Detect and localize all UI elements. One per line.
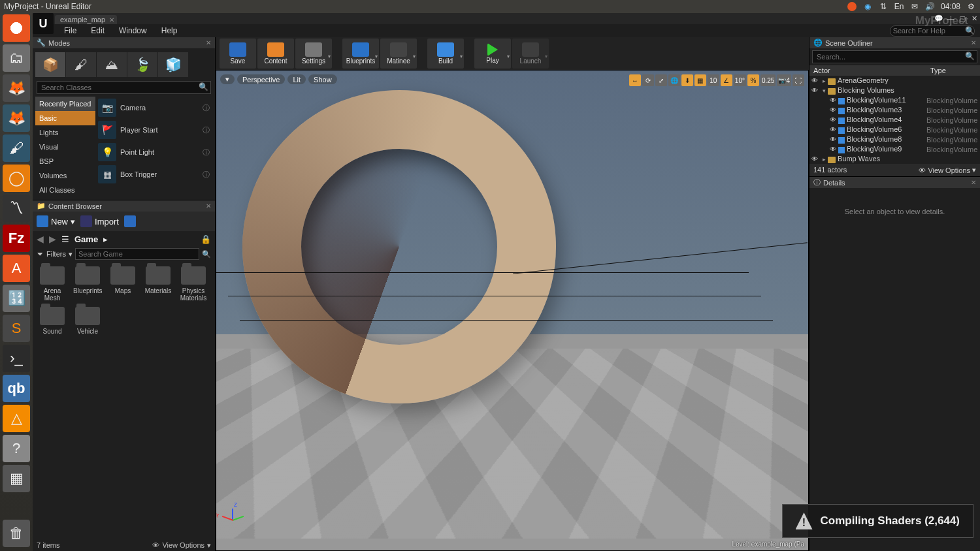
- blueprints-button[interactable]: Blueprints▾: [342, 39, 379, 69]
- geometry-mode-button[interactable]: 🧊: [158, 52, 188, 77]
- eye-icon[interactable]: 👁: [828, 126, 838, 133]
- menu-file[interactable]: File: [57, 25, 83, 37]
- launcher-sublime-icon[interactable]: S: [3, 315, 30, 342]
- network-icon[interactable]: ⇅: [878, 1, 889, 12]
- clock[interactable]: 04:08: [941, 1, 960, 12]
- folder-arena-mesh[interactable]: Arena Mesh: [38, 266, 67, 302]
- app-tray-icon[interactable]: ◉: [862, 1, 873, 12]
- asset-camera[interactable]: 📷Cameraⓘ: [95, 97, 212, 119]
- info-icon[interactable]: ⓘ: [203, 103, 210, 113]
- launcher-paint-icon[interactable]: 🖌: [3, 134, 30, 162]
- scene-outliner-tab[interactable]: 🌐 Scene Outliner ✕: [809, 37, 980, 48]
- angle-snap-button[interactable]: ∠: [721, 74, 732, 86]
- perspective-button[interactable]: Perspective: [237, 74, 285, 84]
- document-tab[interactable]: example_map ✕: [55, 15, 117, 24]
- eye-icon[interactable]: 👁: [828, 97, 838, 104]
- eye-icon[interactable]: 👁: [828, 106, 838, 114]
- lang-indicator[interactable]: En: [894, 1, 904, 12]
- launcher-sysmon-icon[interactable]: 〽: [3, 195, 30, 222]
- landscape-mode-button[interactable]: ⛰: [97, 52, 127, 77]
- folder-physics-materials[interactable]: Physics Materials: [179, 266, 208, 302]
- launcher-trash-icon[interactable]: 🗑: [3, 520, 30, 547]
- path-segment[interactable]: Game: [74, 234, 98, 244]
- viewport[interactable]: ▾ Perspective Lit Show ↔ ⟳ ⤢ 🌐 ⬇ ▦ 10 ∠ …: [216, 70, 809, 551]
- col-actor[interactable]: Actor: [809, 65, 926, 76]
- menu-help[interactable]: Help: [155, 25, 184, 37]
- content-button[interactable]: Content: [257, 39, 294, 69]
- place-mode-button[interactable]: 📦: [35, 52, 65, 77]
- lock-icon[interactable]: 🔒: [201, 234, 211, 244]
- folder-vehicle[interactable]: Vehicle: [73, 307, 102, 335]
- expand-icon[interactable]: ▸: [820, 78, 828, 84]
- launcher-gimp-icon[interactable]: 🦊: [3, 74, 30, 102]
- grid-snap-button[interactable]: ▦: [694, 74, 706, 86]
- cat-visual[interactable]: Visual: [35, 140, 95, 154]
- new-button[interactable]: New▾: [37, 215, 75, 227]
- menu-window[interactable]: Window: [112, 25, 154, 37]
- modes-search-input[interactable]: [37, 81, 211, 94]
- rotate-tool-button[interactable]: ⟳: [642, 74, 654, 86]
- info-icon[interactable]: ⓘ: [203, 125, 210, 135]
- translate-tool-button[interactable]: ↔: [629, 74, 641, 86]
- eye-icon[interactable]: 👁: [809, 87, 820, 94]
- info-icon[interactable]: ⓘ: [203, 170, 210, 180]
- folder-materials[interactable]: Materials: [144, 266, 172, 302]
- save-button[interactable]: Save: [220, 39, 256, 69]
- view-options-button[interactable]: View Options: [162, 541, 204, 549]
- grid-snap-value[interactable]: 10: [708, 74, 719, 86]
- folder-sound[interactable]: Sound: [38, 307, 67, 335]
- details-tab[interactable]: ⓘ Details ✕: [809, 177, 980, 188]
- tree-row-bv3[interactable]: 👁BlockingVolume3BlockingVolume: [809, 105, 980, 115]
- content-browser-tab[interactable]: 📁 Content Browser ✕: [33, 200, 215, 212]
- asset-player-start[interactable]: 🚩Player Startⓘ: [95, 119, 212, 141]
- foliage-mode-button[interactable]: 🍃: [127, 52, 157, 77]
- import-button[interactable]: Import: [80, 215, 119, 227]
- close-icon[interactable]: ✕: [206, 202, 211, 210]
- launcher-vlc-icon[interactable]: △: [3, 405, 30, 432]
- tree-row-bv8[interactable]: 👁BlockingVolume8BlockingVolume: [809, 134, 980, 144]
- expand-icon[interactable]: ▾: [820, 87, 828, 94]
- cat-all[interactable]: All Classes: [35, 183, 95, 197]
- cat-volumes[interactable]: Volumes: [35, 168, 95, 183]
- show-button[interactable]: Show: [308, 74, 337, 84]
- scale-snap-value[interactable]: 0.25: [760, 74, 776, 86]
- launcher-files-icon[interactable]: 🗂: [3, 44, 30, 72]
- coord-space-button[interactable]: 🌐: [668, 74, 680, 86]
- launcher-software-icon[interactable]: A: [3, 255, 30, 282]
- back-button[interactable]: ◀: [37, 234, 44, 244]
- modes-tab[interactable]: 🔧 Modes ✕: [33, 37, 215, 48]
- info-icon[interactable]: ⓘ: [203, 148, 210, 157]
- forward-button[interactable]: ▶: [49, 234, 56, 244]
- col-type[interactable]: Type: [926, 65, 980, 76]
- tree-row-bv6[interactable]: 👁BlockingVolume6BlockingVolume: [809, 125, 980, 134]
- expand-icon[interactable]: ▸: [820, 156, 828, 163]
- save-all-button[interactable]: [124, 215, 136, 227]
- play-button[interactable]: Play▾: [474, 39, 511, 69]
- cat-recently-placed[interactable]: Recently Placed: [35, 97, 95, 111]
- folder-maps[interactable]: Maps: [108, 266, 137, 302]
- mail-icon[interactable]: ✉: [909, 1, 920, 12]
- unreal-logo-icon[interactable]: U: [33, 13, 54, 34]
- eye-icon[interactable]: 👁: [828, 146, 838, 153]
- volume-icon[interactable]: 🔊: [925, 1, 936, 12]
- surface-snap-button[interactable]: ⬇: [681, 74, 693, 86]
- maximize-viewport-button[interactable]: ⛶: [792, 74, 804, 86]
- power-icon[interactable]: ⚙: [966, 1, 976, 12]
- eye-icon[interactable]: 👁: [828, 136, 838, 143]
- viewport-options-button[interactable]: ▾: [220, 74, 235, 84]
- close-button[interactable]: ✕: [968, 13, 980, 24]
- cat-bsp[interactable]: BSP: [35, 154, 95, 168]
- build-button[interactable]: Build▾: [427, 39, 464, 69]
- cat-basic[interactable]: Basic: [35, 111, 95, 125]
- view-options-button[interactable]: View Options: [928, 166, 970, 174]
- tree-row-bv4[interactable]: 👁BlockingVolume4BlockingVolume: [809, 115, 980, 125]
- close-icon[interactable]: ✕: [206, 39, 211, 46]
- camera-speed-button[interactable]: 📷 4: [777, 74, 791, 86]
- eye-icon[interactable]: 👁: [809, 155, 820, 163]
- launcher-qbittorrent-icon[interactable]: qb: [3, 375, 30, 402]
- tree-row-bv9[interactable]: 👁BlockingVolume9BlockingVolume: [809, 144, 980, 154]
- close-icon[interactable]: ✕: [109, 16, 114, 24]
- eye-icon[interactable]: 👁: [809, 77, 820, 84]
- tree-row-blocking[interactable]: 👁▾Blocking Volumes: [809, 86, 980, 95]
- launcher-help-icon[interactable]: ?: [3, 435, 30, 462]
